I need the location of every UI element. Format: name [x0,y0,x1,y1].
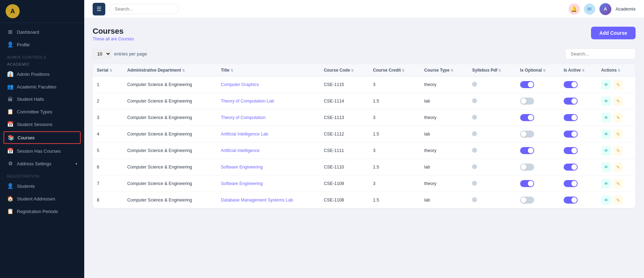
topbar: ☰ 🔔 ✉ A Academix [84,0,644,18]
sidebar-item-committee-types[interactable]: 📋 Committee Types [0,105,84,118]
optional-toggle[interactable] [520,164,534,171]
edit-button[interactable]: ✎ [613,162,623,172]
sidebar-item-admin-positions[interactable]: 👔 Admin Positions [0,68,84,80]
view-button[interactable]: 👁 [601,113,611,123]
active-toggle[interactable] [564,114,578,121]
admin-name-label: Academix [616,6,636,12]
col-active: Is Active⇅ [559,64,597,77]
cell-code: CSE-1113 [320,110,369,126]
sidebar-item-students[interactable]: 👤 Students [0,180,84,192]
col-serial: Serial⇅ [93,64,123,77]
optional-toggle[interactable] [520,114,534,121]
cell-active [559,77,597,93]
cell-title: Software Engineering [217,159,319,176]
sidebar-item-student-addresses[interactable]: 🏠 Student Addresses [0,192,84,205]
optional-toggle[interactable] [520,98,534,105]
edit-button[interactable]: ✎ [613,80,623,90]
table-row: 5 Computer Science & Engineering Artific… [93,143,636,159]
course-title-link[interactable]: Artificial Intelligence Lab [221,132,268,137]
cell-serial: 7 [93,176,123,192]
message-icon[interactable]: ✉ [584,4,595,15]
active-toggle[interactable] [564,147,578,154]
view-button[interactable]: 👁 [601,146,611,155]
sidebar-item-address-settings[interactable]: ⚙ Address Settings ▾ [0,157,84,170]
cell-dept: Computer Science & Engineering [123,93,217,110]
edit-button[interactable]: ✎ [613,113,623,123]
sidebar-item-dashboard[interactable]: ⊞ Dashboard [0,26,84,38]
active-toggle[interactable] [564,180,578,187]
cell-dept: Computer Science & Engineering [123,143,217,159]
syllabus-dot [472,197,477,202]
cell-credit: 3 [369,77,420,93]
dashboard-icon: ⊞ [7,29,13,35]
course-title-link[interactable]: Computer Graphics [221,82,259,87]
view-button[interactable]: 👁 [601,80,611,90]
sidebar-item-session-has-courses[interactable]: 📅 Session Has Courses [0,145,84,157]
active-toggle[interactable] [564,81,578,88]
sidebar-item-student-halls[interactable]: 🏛 Student Halls [0,93,84,105]
cell-actions: 👁 ✎ [597,159,636,176]
course-title-link[interactable]: Software Engineering [221,181,263,186]
active-toggle[interactable] [564,98,578,105]
sidebar-item-profile[interactable]: 👤 Profile [0,38,84,51]
course-title-link[interactable]: Database Management Systems Lab [221,198,293,203]
sidebar-item-registration-periods[interactable]: 📋 Registration Periods [0,205,84,218]
optional-toggle[interactable] [520,147,534,154]
edit-button[interactable]: ✎ [613,179,623,188]
col-dept: Administrative Department⇅ [123,64,217,77]
notification-icon[interactable]: 🔔 [569,4,580,15]
cell-serial: 8 [93,192,123,208]
syllabus-dot [472,115,477,120]
edit-button[interactable]: ✎ [613,195,623,205]
sidebar-item-label: Students [17,184,35,189]
course-title-link[interactable]: Theory of Computation Lab [221,99,274,104]
page-subtitle: These all are Courses [93,37,134,41]
active-toggle[interactable] [564,197,578,204]
view-button[interactable]: 👁 [601,96,611,106]
optional-toggle[interactable] [520,131,534,138]
cell-code: CSE-1115 [320,77,369,93]
table-header-row: Serial⇅ Administrative Department⇅ Title… [93,64,636,77]
section-label-admin-controls: Admin Controls [0,51,84,61]
view-button[interactable]: 👁 [601,162,611,172]
entries-per-page-select[interactable]: 10 25 50 [93,49,111,59]
view-button[interactable]: 👁 [601,129,611,139]
optional-toggle[interactable] [520,180,534,187]
sidebar-item-label: Registration Periods [17,209,58,214]
active-toggle[interactable] [564,131,578,138]
active-toggle[interactable] [564,164,578,171]
avatar[interactable]: A [599,3,611,15]
sidebar-item-academic-faculties[interactable]: 👥 Academic Faculties [0,80,84,93]
table-row: 4 Computer Science & Engineering Artific… [93,126,636,143]
cell-syllabus [468,143,516,159]
sidebar-item-courses[interactable]: 📚 Courses [4,131,81,144]
optional-toggle[interactable] [520,197,534,204]
sidebar-toggle-button[interactable]: ☰ [93,3,105,15]
edit-button[interactable]: ✎ [613,146,623,155]
course-title-link[interactable]: Theory of Computation [221,115,265,120]
action-buttons: 👁 ✎ [601,162,631,172]
cell-syllabus [468,126,516,143]
course-title-link[interactable]: Artificial Intelligence [221,148,259,153]
view-button[interactable]: 👁 [601,179,611,188]
cell-type: lab [420,159,468,176]
col-type: Course Type⇅ [420,64,468,77]
course-title-link[interactable]: Software Engineering [221,165,263,170]
add-course-button[interactable]: Add Course [591,27,636,39]
col-code: Course Code⇅ [320,64,369,77]
edit-button[interactable]: ✎ [613,96,623,106]
cell-title: Software Engineering [217,176,319,192]
optional-toggle[interactable] [520,81,534,88]
cell-dept: Computer Science & Engineering [123,176,217,192]
cell-actions: 👁 ✎ [597,77,636,93]
cell-code: CSE-1110 [320,159,369,176]
cell-active [559,110,597,126]
topbar-search-input[interactable] [109,4,179,14]
cell-active [559,176,597,192]
edit-button[interactable]: ✎ [613,129,623,139]
view-button[interactable]: 👁 [601,195,611,205]
cell-credit: 1.5 [369,159,420,176]
search-input[interactable] [565,48,636,59]
sidebar-item-student-sessions[interactable]: 📅 Student Sessions [0,118,84,131]
cell-credit: 3 [369,176,420,192]
